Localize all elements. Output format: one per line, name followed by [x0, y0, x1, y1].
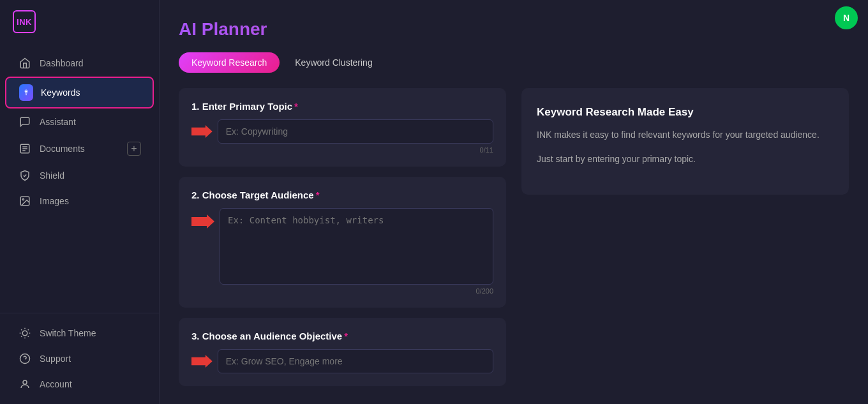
svg-marker-20 — [191, 214, 214, 228]
required-star-1: * — [294, 101, 298, 112]
sidebar-item-documents[interactable]: Documents + — [5, 135, 154, 162]
page-title: AI Planner — [179, 19, 849, 40]
section1-char-count: 0/11 — [191, 146, 493, 154]
sidebar-item-keywords[interactable]: Keywords — [5, 77, 154, 108]
sidebar-label-images: Images — [40, 196, 69, 206]
sidebar-label-documents: Documents — [40, 144, 85, 154]
keywords-icon — [19, 84, 33, 101]
target-audience-input[interactable] — [220, 208, 493, 285]
section3-input-row — [191, 349, 493, 373]
sidebar-bottom: Switch Theme Support Account — [0, 313, 159, 404]
switch-theme-icon — [18, 327, 32, 339]
sidebar-label-support: Support — [40, 354, 71, 364]
svg-marker-19 — [191, 125, 213, 138]
section2-title: 2. Choose Target Audience* — [191, 190, 493, 200]
section3-title: 3. Choose an Audience Objective* — [191, 331, 493, 341]
sidebar-item-switch-theme[interactable]: Switch Theme — [5, 321, 154, 345]
section2-input-row — [191, 208, 493, 285]
sidebar-item-assistant[interactable]: Assistant — [5, 110, 154, 134]
sidebar: INK Dashboard Keywords — [0, 0, 160, 404]
account-icon — [18, 378, 32, 390]
sidebar-item-dashboard[interactable]: Dashboard — [5, 51, 154, 75]
main-nav: Dashboard Keywords Assistant — [0, 43, 159, 313]
assistant-icon — [18, 116, 32, 128]
sidebar-item-account[interactable]: Account — [5, 372, 154, 396]
tabs-container: Keyword Research Keyword Clustering — [179, 52, 849, 73]
add-document-icon[interactable]: + — [127, 142, 141, 156]
required-star-2: * — [316, 190, 320, 200]
main-content: N AI Planner Keyword Research Keyword Cl… — [160, 0, 868, 404]
sidebar-label-dashboard: Dashboard — [40, 58, 84, 68]
audience-objective-input[interactable] — [218, 349, 493, 373]
content-area: AI Planner Keyword Research Keyword Clus… — [160, 0, 868, 404]
documents-icon — [18, 143, 32, 154]
sidebar-item-shield[interactable]: Shield — [5, 163, 154, 188]
svg-point-0 — [26, 91, 27, 93]
images-icon — [18, 195, 32, 207]
svg-point-6 — [22, 198, 24, 200]
section2-char-count: 0/200 — [191, 287, 493, 295]
svg-marker-21 — [191, 355, 213, 368]
svg-point-18 — [23, 380, 27, 384]
section1-input-row — [191, 119, 493, 144]
support-icon — [18, 353, 32, 364]
sidebar-label-account: Account — [40, 379, 72, 389]
sidebar-item-images[interactable]: Images — [5, 189, 154, 213]
section-audience-objective: 3. Choose an Audience Objective* — [179, 318, 506, 386]
sidebar-label-assistant: Assistant — [40, 117, 76, 127]
required-star-3: * — [344, 331, 348, 341]
app-logo: INK — [13, 10, 36, 33]
sidebar-item-support[interactable]: Support — [5, 347, 154, 371]
shield-icon — [18, 170, 32, 181]
left-column: 1. Enter Primary Topic* 0/11 2. Choose — [179, 88, 506, 396]
arrow-icon-1 — [191, 124, 213, 138]
section-target-audience: 2. Choose Target Audience* 0/200 — [179, 177, 506, 308]
info-panel-title: Keyword Research Made Easy — [537, 106, 834, 119]
tab-keyword-clustering[interactable]: Keyword Clustering — [282, 52, 385, 73]
user-avatar[interactable]: N — [835, 6, 858, 29]
tab-keyword-research[interactable]: Keyword Research — [179, 52, 280, 73]
svg-line-15 — [28, 329, 29, 330]
logo-area: INK — [0, 0, 159, 43]
sidebar-label-keywords: Keywords — [41, 87, 80, 98]
documents-left: Documents — [18, 143, 85, 154]
primary-topic-input[interactable] — [218, 119, 493, 144]
svg-line-10 — [21, 329, 22, 330]
info-panel-text1: INK makes it easy to find relevant keywo… — [537, 128, 834, 142]
section-primary-topic: 1. Enter Primary Topic* 0/11 — [179, 88, 506, 167]
sidebar-label-switch-theme: Switch Theme — [40, 328, 96, 338]
sidebar-label-shield: Shield — [40, 170, 64, 181]
arrow-icon-2 — [191, 214, 214, 228]
dashboard-icon — [18, 57, 32, 69]
two-col-layout: 1. Enter Primary Topic* 0/11 2. Choose — [179, 88, 849, 396]
svg-line-14 — [21, 336, 22, 337]
info-panel: Keyword Research Made Easy INK makes it … — [521, 88, 849, 195]
section1-title: 1. Enter Primary Topic* — [191, 101, 493, 112]
arrow-icon-3 — [191, 354, 213, 368]
svg-point-7 — [22, 331, 27, 336]
info-panel-text2: Just start by entering your primary topi… — [537, 152, 834, 166]
svg-line-11 — [28, 336, 29, 337]
